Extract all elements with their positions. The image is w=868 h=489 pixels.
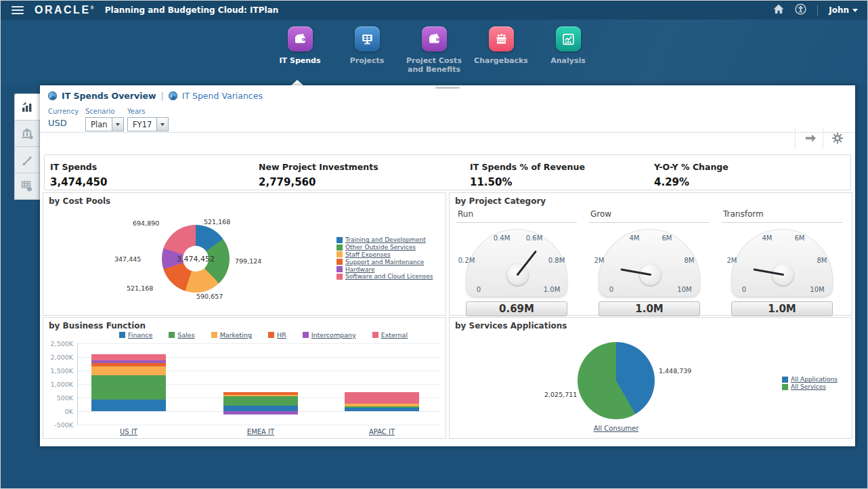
slice-label: 521,168 — [204, 218, 230, 226]
bar-segment-external-us-it[interactable] — [91, 354, 166, 360]
panel-services-applications: by Services Applications 1,448,739 2,025… — [449, 317, 852, 439]
chargeback-icon — [489, 26, 514, 51]
wallet-icon — [288, 26, 313, 51]
slice-label: 2,025,711 — [544, 391, 577, 398]
filter-bar: Currency USD Scenario Plan Years FY17 — [40, 106, 855, 133]
divider — [817, 5, 818, 16]
scenario-value: Plan — [86, 118, 112, 131]
tab-separator: | — [160, 91, 163, 101]
legend-item: External — [372, 331, 408, 339]
bar-segment-finance-apac-it[interactable] — [345, 408, 419, 411]
bar-segment-hr-us-it[interactable] — [91, 363, 166, 366]
x-label-emea-it: EMEA IT — [227, 428, 295, 435]
legend-swatch — [782, 384, 788, 390]
scenario-label: Scenario — [85, 108, 124, 115]
bar-segment-finance-emea-it[interactable] — [223, 406, 298, 411]
legend-item: Marketing — [211, 331, 252, 339]
cost-pools-legend: Training and Development Other Outside S… — [337, 236, 433, 280]
bar-segment-finance-us-it[interactable] — [91, 400, 166, 411]
years-select[interactable]: FY17 — [127, 117, 169, 131]
forward-arrow-icon[interactable] — [804, 131, 817, 145]
app-title: Planning and Budgeting Cloud: ITPlan — [105, 5, 279, 15]
legend-item: Intercompany — [303, 331, 356, 339]
y-tick: -500K — [45, 421, 73, 429]
years-label: Years — [127, 108, 169, 115]
panel-title: by Cost Pools — [49, 196, 110, 206]
y-tick: 500K — [45, 394, 73, 402]
panel-title: by Services Applications — [455, 321, 567, 331]
accessibility-icon[interactable] — [795, 3, 806, 18]
business-function-legend: Finance Sales Marketing HR Intercompany … — [119, 331, 408, 339]
bar-segment-sales-emea-it[interactable] — [223, 396, 298, 406]
page-tabs: IT Spends Overview | IT Spend Variances — [48, 91, 263, 101]
panel-title: by Business Function — [49, 321, 146, 331]
services-pie-chart[interactable] — [578, 342, 655, 419]
menu-icon[interactable] — [12, 6, 24, 14]
nav-row: IT Spends Projects Project Costs and Ben… — [1, 26, 867, 74]
bar-segment-external-apac-it[interactable] — [345, 392, 419, 404]
gauge-grow: Grow 0 2M 4M 6M 8M 10M 1.0M — [588, 209, 711, 316]
x-label-apac-it: APAC IT — [348, 428, 416, 435]
dropdown-arrow-icon[interactable] — [156, 118, 168, 131]
home-icon[interactable] — [773, 4, 784, 17]
bar-segment-sales-apac-it[interactable] — [345, 406, 419, 408]
slice-label: 1,448,739 — [659, 367, 691, 375]
bar-segment-marketing-emea-it[interactable] — [223, 395, 298, 396]
y-tick: 1,500K — [45, 367, 73, 375]
y-tick: 1,000K — [45, 381, 73, 388]
nav-band: IT Spends Projects Project Costs and Ben… — [1, 20, 867, 85]
bar-segment-intercompany-emea-it[interactable] — [223, 411, 298, 414]
y-tick: 2,500K — [45, 340, 73, 347]
nav-item-it-spends[interactable]: IT Spends — [267, 26, 334, 74]
pie-icon — [169, 91, 177, 100]
nav-item-analysis[interactable]: Analysis — [535, 26, 602, 74]
bar-segment-hr-emea-it[interactable] — [223, 392, 298, 395]
legend-item: Other Outside Services — [337, 244, 433, 251]
slice-label: 347,445 — [114, 255, 141, 263]
legend-item: All Applications — [782, 376, 838, 383]
currency-filter: Currency USD — [48, 108, 79, 128]
sidebar-tab-overview[interactable] — [14, 93, 40, 121]
slice-label: 521,168 — [127, 284, 153, 292]
gauge-title: Run — [456, 209, 577, 223]
legend-item: Finance — [119, 331, 152, 339]
sidebar-tab-design[interactable] — [14, 146, 40, 173]
gauge-title: Transform — [722, 209, 842, 223]
legend-swatch — [337, 237, 343, 243]
slice-label: 590,657 — [196, 293, 223, 300]
gauge-title: Grow — [589, 209, 710, 223]
nav-item-project-costs[interactable]: Project Costs and Benefits — [401, 26, 468, 74]
sidebar-tab-data[interactable] — [14, 173, 40, 200]
tab-it-spends-overview[interactable]: IT Spends Overview — [62, 91, 156, 101]
active-nav-pointer — [291, 80, 303, 85]
legend-item: Training and Development — [337, 236, 433, 244]
bar-chart-icon — [20, 100, 34, 114]
bar-segment-marketing-us-it[interactable] — [91, 366, 166, 375]
all-consumer-link[interactable]: All Consumer — [585, 425, 647, 432]
y-tick: 2,000K — [45, 354, 73, 361]
currency-value: USD — [48, 118, 79, 128]
dropdown-arrow-icon[interactable] — [112, 118, 123, 131]
legend-item: Software and Cloud Licenses — [337, 273, 433, 280]
divider — [823, 127, 823, 149]
nav-item-chargebacks[interactable]: Chargebacks — [468, 26, 535, 74]
x-label-us-it: US IT — [95, 428, 162, 435]
panel-project-category: by Project Category Run 0 0.2M 0.4M 0.6M… — [449, 192, 852, 316]
caret-down-icon — [852, 9, 858, 12]
tab-it-spend-variances[interactable]: IT Spend Variances — [182, 91, 263, 101]
panel-drag-handle[interactable] — [435, 87, 460, 89]
scenario-select[interactable]: Plan — [85, 117, 124, 131]
user-menu[interactable]: John — [829, 5, 858, 15]
sidebar-tabstrip — [14, 93, 40, 200]
bar-segment-intercompany-us-it[interactable] — [91, 360, 166, 363]
monitor-icon — [355, 26, 380, 51]
sidebar-tab-financials[interactable] — [14, 120, 40, 147]
legend-swatch — [337, 266, 343, 272]
nav-item-projects[interactable]: Projects — [334, 26, 401, 74]
divider — [795, 127, 796, 149]
dashboard-panel: IT Spends Overview | IT Spend Variances … — [40, 85, 855, 446]
bar-segment-sales-us-it[interactable] — [91, 375, 166, 400]
slice-label: 694,890 — [133, 219, 159, 227]
gear-icon[interactable] — [831, 131, 844, 145]
bar-segment-marketing-apac-it[interactable] — [345, 404, 419, 406]
